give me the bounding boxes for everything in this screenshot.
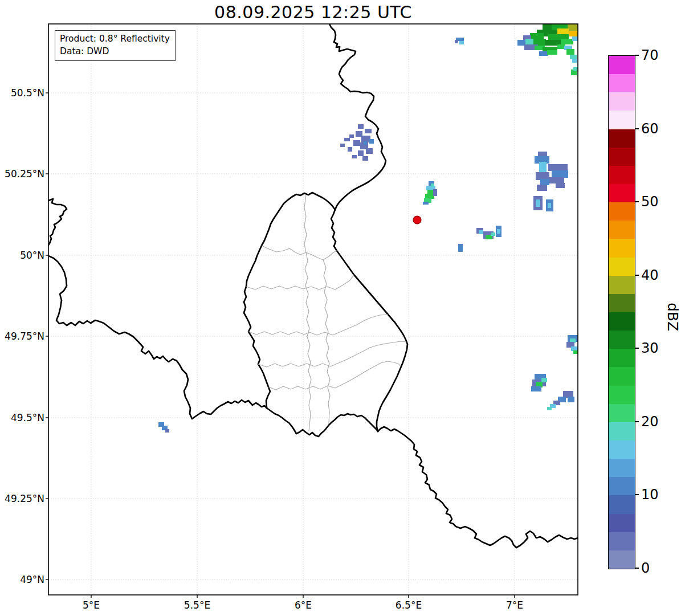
colorbar-tick-label: 50	[641, 194, 659, 210]
y-tick-label: 49°N	[0, 573, 44, 586]
colorbar-segment	[609, 331, 635, 349]
colorbar-segment	[609, 532, 635, 550]
y-tick-label: 50.5°N	[0, 86, 44, 100]
y-tick-label: 49.5°N	[0, 411, 44, 425]
colorbar-segment	[609, 477, 635, 495]
colorbar-segment	[609, 56, 635, 74]
y-tick-label: 50°N	[0, 248, 44, 262]
colorbar-segment	[609, 495, 635, 513]
colorbar-segment	[609, 386, 635, 404]
border-luxembourg-north	[292, 193, 335, 210]
canton-border	[246, 275, 354, 289]
colorbar-segment	[609, 202, 635, 221]
canton-border	[248, 315, 388, 335]
colorbar-tick-mark	[635, 128, 639, 129]
colorbar-tick-mark	[635, 201, 639, 202]
colorbar-segment	[609, 349, 635, 367]
border-belgium-germany	[329, 24, 386, 210]
colorbar-tick-label: 10	[641, 487, 659, 503]
x-tick-label: 6.5°E	[383, 598, 434, 612]
data-source-label: Data: DWD	[60, 45, 170, 58]
colorbar-segment	[609, 148, 635, 166]
colorbar-unit-label: dBZ	[664, 303, 681, 331]
colorbar-tick-mark	[635, 275, 639, 276]
colorbar-segment	[609, 166, 635, 184]
x-tick-label: 5.5°E	[172, 598, 223, 612]
colorbar-tick-mark	[635, 568, 639, 569]
axis-tick-marks	[46, 93, 515, 598]
colorbar-segment	[609, 367, 635, 385]
colorbar-segment	[609, 294, 635, 312]
colorbar-segment	[609, 422, 635, 440]
canton-border	[305, 252, 311, 431]
colorbar-tick-label: 30	[641, 340, 659, 356]
colorbar	[608, 55, 635, 569]
colorbar-segment	[609, 258, 635, 276]
canton-border	[262, 246, 337, 260]
lat-lon-gridlines	[48, 24, 578, 595]
radar-map	[0, 0, 685, 616]
colorbar-segment	[609, 239, 635, 257]
colorbar-tick-mark	[635, 348, 639, 349]
radar-echo-cells	[158, 24, 578, 433]
colorbar-tick-mark	[635, 55, 639, 56]
y-tick-label: 49.25°N	[0, 492, 44, 505]
colorbar-segment	[609, 459, 635, 477]
colorbar-tick-mark	[635, 421, 639, 422]
product-label: Product: 0.8° Reflectivity	[60, 32, 170, 45]
colorbar-tick-label: 20	[641, 414, 659, 430]
colorbar-tick-label: 40	[641, 267, 659, 283]
border-luxembourg-east-moselle	[331, 210, 407, 431]
colorbar-segment	[609, 276, 635, 294]
colorbar-tick-label: 0	[641, 560, 650, 576]
location-marker-dot	[413, 216, 421, 224]
colorbar-tick-label: 60	[641, 121, 659, 137]
border-france-belgium-squiggle	[48, 199, 67, 245]
canton-border	[323, 260, 330, 424]
colorbar-segment	[609, 404, 635, 422]
border-france-germany	[378, 427, 578, 548]
canton-border	[268, 361, 401, 390]
colorbar-segment	[609, 440, 635, 459]
x-tick-label: 6°E	[278, 598, 329, 612]
colorbar-segment	[609, 514, 635, 532]
colorbar-tick-label: 70	[641, 47, 659, 63]
colorbar-segment	[609, 74, 635, 92]
colorbar-segment	[609, 312, 635, 331]
x-tick-label: 7°E	[489, 598, 540, 612]
border-luxembourg-south	[267, 408, 378, 436]
product-info-box: Product: 0.8° Reflectivity Data: DWD	[55, 30, 176, 61]
colorbar-segment	[609, 550, 635, 569]
x-tick-label: 5°E	[66, 598, 117, 612]
map-frame	[48, 24, 578, 595]
y-tick-label: 50.25°N	[0, 167, 44, 181]
colorbar-segment	[609, 184, 635, 202]
colorbar-segment	[609, 221, 635, 239]
canton-border	[304, 195, 307, 252]
border-luxembourg-west	[244, 197, 292, 408]
colorbar-segment	[609, 111, 635, 129]
border-france-belgium	[48, 256, 267, 419]
colorbar-segment	[609, 129, 635, 148]
colorbar-tick-mark	[635, 494, 639, 495]
canton-border	[258, 341, 406, 367]
y-tick-label: 49.75°N	[0, 329, 44, 343]
colorbar-segment	[609, 92, 635, 111]
